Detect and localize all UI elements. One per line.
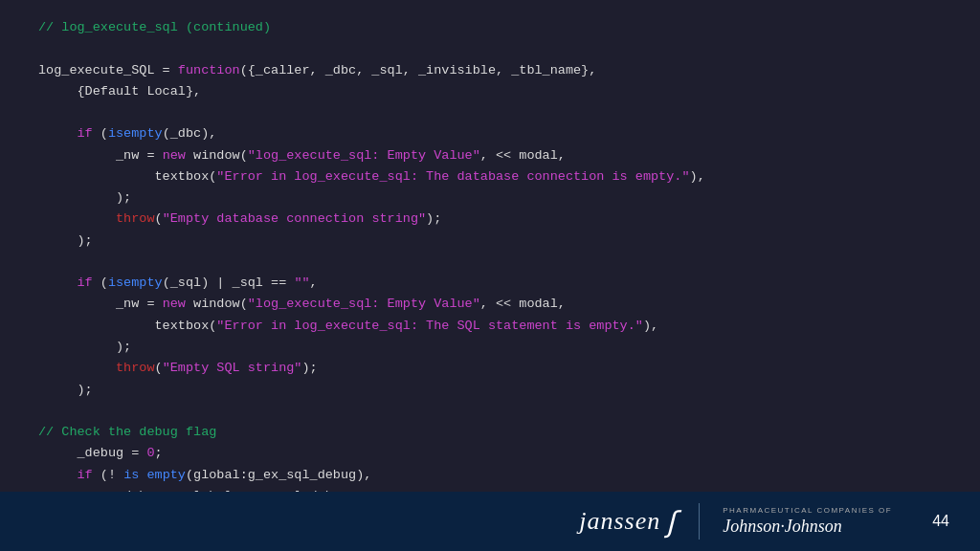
- code-line-2: [38, 38, 942, 59]
- code-line-11: );: [38, 231, 942, 252]
- footer-divider: [699, 503, 700, 540]
- code-line-4: {Default Local},: [38, 81, 942, 102]
- pharma-label: PHARMACEUTICAL COMPANIES OF: [723, 506, 892, 515]
- janssen-logo: janssen ʃ: [579, 505, 676, 539]
- footer-logos: janssen ʃ PHARMACEUTICAL COMPANIES OF Jo…: [579, 503, 892, 540]
- code-line-17: throw("Empty SQL string");: [38, 358, 942, 379]
- footer: janssen ʃ PHARMACEUTICAL COMPANIES OF Jo…: [0, 492, 980, 551]
- jj-logo-area: PHARMACEUTICAL COMPANIES OF Johnson·John…: [723, 506, 892, 537]
- code-line-15: textbox("Error in log_execute_sql: The S…: [38, 316, 942, 337]
- code-line-3: log_execute_SQL = function({_caller, _db…: [38, 60, 942, 81]
- code-line-20: // Check the debug flag: [38, 422, 942, 443]
- code-line-1: // log_execute_sql (continued): [38, 17, 942, 38]
- code-line-22: if (! is empty(global:g_ex_sql_debug),: [38, 465, 942, 486]
- code-line-7: _nw = new window("log_execute_sql: Empty…: [38, 145, 942, 166]
- janssen-text: janssen: [579, 507, 660, 536]
- jj-label: Johnson·Johnson: [723, 517, 842, 537]
- code-line-9: );: [38, 187, 942, 209]
- page-number: 44: [932, 513, 949, 530]
- code-line-21: _debug = 0;: [38, 443, 942, 464]
- code-line-6: if (isempty(_dbc),: [38, 123, 942, 144]
- code-line-10: throw("Empty database connection string"…: [38, 209, 942, 230]
- code-line-12: [38, 252, 942, 273]
- janssen-symbol: ʃ: [666, 505, 676, 539]
- code-line-5: [38, 102, 942, 123]
- code-line-14: _nw = new window("log_execute_sql: Empty…: [38, 294, 942, 315]
- code-line-8: textbox("Error in log_execute_sql: The d…: [38, 166, 942, 187]
- code-line-18: );: [38, 380, 942, 401]
- code-line-13: if (isempty(_sql) | _sql == "",: [38, 273, 942, 294]
- code-line-19: [38, 401, 942, 422]
- code-line-16: );: [38, 337, 942, 358]
- code-block: // log_execute_sql (continued) log_execu…: [0, 0, 980, 492]
